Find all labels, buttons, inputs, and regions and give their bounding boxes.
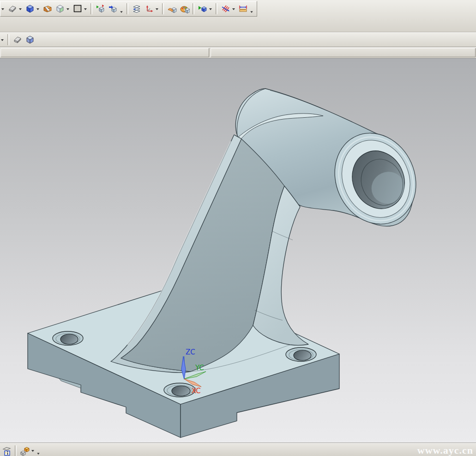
dropdown-arrow-icon[interactable]: [66, 8, 69, 12]
translucent-cube-icon[interactable]: [24, 34, 36, 46]
measure-distance-icon[interactable]: [237, 3, 249, 15]
prompt-status-row: [0, 47, 476, 58]
dropdown-arrow-icon[interactable]: [1, 8, 4, 12]
dropdown-arrow-icon[interactable]: [36, 8, 39, 12]
wcs-dynamics-icon[interactable]: [143, 3, 155, 15]
fit-view-icon[interactable]: [71, 3, 84, 15]
toolbar-separator: [7, 34, 9, 45]
dropdown-arrow-icon[interactable]: [209, 8, 212, 12]
dropdown-arrow-icon[interactable]: [250, 11, 253, 14]
dropdown-arrow-icon[interactable]: [232, 8, 235, 12]
pan-view-icon[interactable]: [107, 3, 119, 15]
wcs-label-yc: YC: [195, 364, 204, 372]
main-toolbar-group: [0, 1, 257, 17]
secondary-toolbar-row: [0, 32, 476, 47]
graphics-viewport[interactable]: ZC YC XC: [0, 58, 476, 443]
edit-object-display-icon[interactable]: [178, 3, 191, 15]
prompt-panel: [0, 48, 209, 57]
work-layer-cube-icon[interactable]: [18, 445, 31, 456]
toolbar-separator: [15, 445, 17, 456]
info-list-icon[interactable]: [0, 445, 13, 456]
toolbar-separator: [216, 3, 217, 14]
counterbore-hole[interactable]: [286, 348, 316, 361]
display-mode-icon[interactable]: [6, 3, 18, 15]
bottom-toolbar-icons: [0, 445, 42, 456]
shaded-view-icon[interactable]: [24, 3, 36, 15]
orient-view-icon[interactable]: [94, 3, 107, 15]
dropdown-arrow-icon[interactable]: [120, 11, 122, 14]
toolbar-row-main: [0, 0, 476, 32]
face-analysis-icon[interactable]: [41, 3, 54, 15]
dropdown-arrow-icon[interactable]: [31, 450, 34, 453]
counterbore-hole[interactable]: [164, 383, 195, 397]
part-bracket-model[interactable]: ZC YC XC: [28, 89, 430, 438]
dropdown-arrow-icon[interactable]: [19, 8, 22, 12]
counterbore-hole[interactable]: [53, 331, 83, 345]
wcs-label-xc: XC: [192, 387, 201, 395]
wireframe-view-icon[interactable]: [54, 3, 66, 15]
layer-settings-icon[interactable]: [130, 3, 143, 15]
toolbar-separator: [193, 3, 194, 14]
wcs-label-zc: ZC: [186, 348, 195, 356]
bottom-toolbar: www.ayc.cn: [0, 443, 476, 456]
dropdown-arrow-icon[interactable]: [37, 453, 39, 456]
datum-constraint-icon[interactable]: [219, 3, 232, 15]
cad-application-window: ZC YC XC www.ayc.cn: [0, 0, 476, 456]
watermark-text: www.ayc.cn: [417, 444, 473, 456]
dropdown-arrow-icon[interactable]: [84, 8, 87, 12]
toolbar-separator: [162, 3, 164, 14]
status-panel: [211, 48, 476, 57]
toolbar-separator: [127, 3, 128, 14]
toolbar-separator: [90, 3, 92, 14]
show-hide-icon[interactable]: [196, 3, 209, 15]
viewport-3d-scene[interactable]: ZC YC XC: [0, 59, 476, 444]
display-mode-small-icon[interactable]: [11, 34, 24, 46]
dropdown-arrow-icon[interactable]: [156, 8, 158, 12]
dropdown-arrow-icon[interactable]: [1, 39, 4, 42]
snap-point-icon[interactable]: [166, 3, 178, 15]
